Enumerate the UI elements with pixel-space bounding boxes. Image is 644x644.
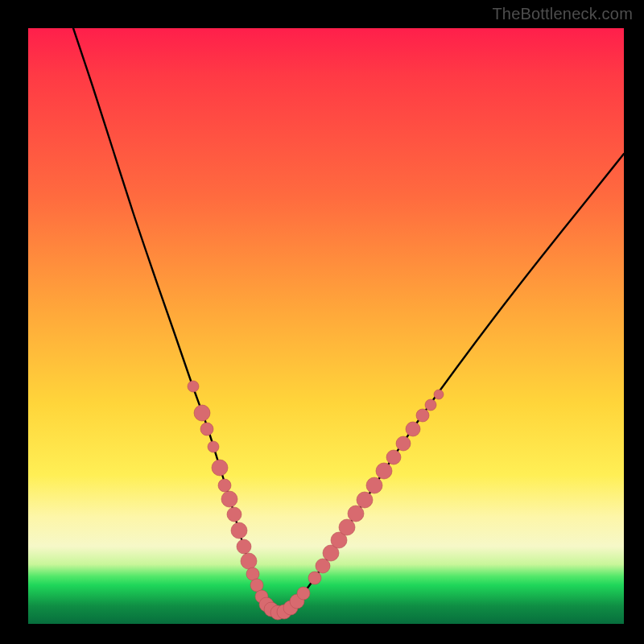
plot-area: [28, 28, 624, 624]
data-dot: [250, 579, 263, 592]
data-dot: [425, 399, 436, 411]
data-dot: [241, 553, 257, 569]
dots-right-branch: [308, 390, 444, 584]
data-dot: [406, 422, 420, 436]
data-dot: [316, 559, 330, 573]
curve-layer: [28, 28, 624, 624]
data-dot: [376, 463, 392, 479]
data-dot: [339, 519, 355, 535]
chart-frame: TheBottleneck.com: [0, 0, 644, 644]
data-dot: [212, 460, 228, 476]
data-dot: [246, 568, 259, 580]
data-dot: [227, 507, 242, 522]
data-dot: [231, 522, 247, 539]
dots-valley: [255, 587, 310, 620]
data-dot: [297, 587, 310, 600]
dots-left-branch: [188, 381, 263, 592]
data-dot: [237, 539, 251, 554]
data-dot: [200, 423, 213, 436]
data-dot: [434, 390, 444, 399]
data-dot: [218, 479, 231, 492]
data-dot: [208, 441, 219, 452]
data-dot: [416, 409, 429, 422]
data-dot: [194, 405, 210, 421]
data-dot: [396, 436, 411, 451]
data-dot: [348, 506, 364, 522]
watermark-text: TheBottleneck.com: [492, 5, 633, 23]
data-dot: [221, 491, 237, 507]
data-dot: [308, 572, 321, 584]
data-dot: [188, 381, 199, 392]
data-dot: [386, 450, 401, 464]
data-dot: [366, 477, 382, 493]
data-dot: [357, 492, 373, 508]
